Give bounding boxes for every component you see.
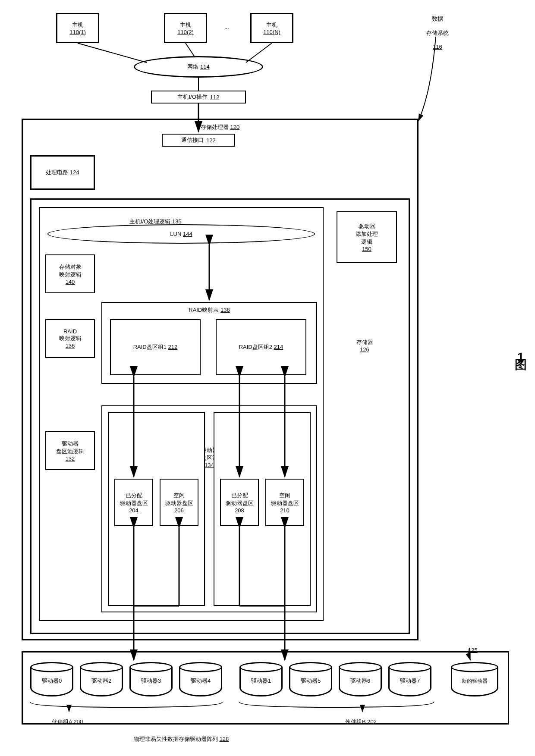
svg-line-2 — [246, 43, 272, 63]
free-extents-b-box: 空闲驱动器盘区210 — [265, 479, 304, 526]
system-title: 数据 存储系统 116 — [426, 9, 449, 50]
drive-6-icon: 驱动器6 — [339, 662, 382, 696]
raid-extent-group-2-box: RAID盘区组2 214 — [216, 319, 306, 375]
drive-pool-logic-box: 驱动器 盘区池逻辑 132 — [45, 431, 95, 470]
svg-line-1 — [186, 43, 194, 56]
memory-label: 存储器126 — [339, 332, 390, 353]
drive-4-icon: 驱动器4 — [179, 662, 222, 696]
host-2-box: 主机 110(2) — [164, 13, 207, 43]
drive-3-icon: 驱动器3 — [129, 662, 173, 696]
drive-array-label: 物理非易失性数据存储驱动器阵列 128 — [134, 729, 229, 743]
free-extents-a-box: 空闲驱动器盘区206 — [160, 479, 198, 526]
network-ellipse: 网络 114 — [134, 56, 263, 78]
comm-interface-box: 通信接口122 — [162, 134, 235, 147]
drive-5-icon: 驱动器5 — [289, 662, 332, 696]
host-1-box: 主机 110(1) — [56, 13, 99, 43]
partner-a-label: 伙伴组A 200 — [52, 712, 83, 726]
figure-label: 图1 — [512, 349, 529, 364]
host-io-ops-box: 主机I/O操作112 — [151, 91, 246, 104]
drive-add-logic-box: 驱动器 添加处理 逻辑 150 — [337, 211, 397, 263]
drive-2-icon: 驱动器2 — [80, 662, 123, 696]
allocated-extents-a-box: 已分配驱动器盘区204 — [114, 479, 153, 526]
new-drive-icon: 新的驱动器 — [451, 662, 498, 696]
storage-obj-map-box: 存储对象 映射逻辑 140 — [45, 254, 95, 293]
new-drive-ref: 125 — [468, 640, 478, 653]
host-n-box: 主机 110(N) — [250, 13, 293, 43]
storage-system-diagram: 数据 存储系统 116 主机 110(1) 主机 110(2) ... 主机 1… — [4, 4, 531, 752]
svg-line-0 — [78, 43, 147, 63]
raid-extent-group-1-box: RAID盘区组1 212 — [110, 319, 201, 375]
partner-b-label: 伙伴组B 202 — [345, 712, 377, 726]
drive-7-icon: 驱动器7 — [388, 662, 431, 696]
lun-ellipse: LUN 144 — [47, 224, 315, 244]
drive-0-icon: 驱动器0 — [30, 662, 73, 696]
host-io-logic-label: 主机I/O处理逻辑 135 — [129, 211, 182, 226]
hosts-ellipsis: ... — [224, 24, 229, 30]
raid-map-logic-box: RAID 映射逻辑 136 — [45, 319, 95, 358]
processing-circuitry-box: 处理电路 124 — [30, 155, 95, 190]
allocated-extents-b-box: 已分配驱动器盘区208 — [220, 479, 259, 526]
drive-1-icon: 驱动器1 — [239, 662, 283, 696]
